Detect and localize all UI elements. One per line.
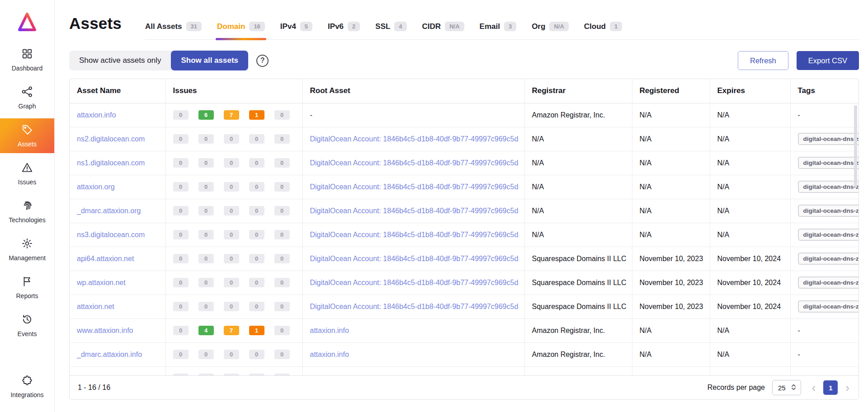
assets-table-card: Asset NameIssuesRoot AssetRegistrarRegis… bbox=[69, 79, 859, 400]
issue-count-badge: 0 bbox=[173, 302, 189, 311]
root-asset-link[interactable]: DigitalOcean Account: 1846b4c5-d1b8-40df… bbox=[310, 231, 519, 239]
asset-name-link[interactable]: ns3.digitalocean.com bbox=[77, 231, 145, 239]
current-page-button[interactable]: 1 bbox=[823, 380, 838, 395]
issues-cell: 04710 bbox=[165, 318, 302, 342]
sidebar-item-graph[interactable]: Graph bbox=[0, 80, 54, 115]
root-asset-link[interactable]: attaxion.info bbox=[310, 351, 349, 358]
pagination-controls: Records per page 25 ‹ 1 › bbox=[708, 380, 850, 395]
tab-ipv6[interactable]: IPv6 2 bbox=[328, 22, 360, 39]
column-header: Asset Name bbox=[70, 79, 165, 103]
column-header: Expires bbox=[710, 79, 790, 103]
tag-chip: digital-ocean-dns-zone bbox=[798, 157, 859, 169]
sidebar-item-events[interactable]: Events bbox=[0, 308, 54, 343]
registrar-cell: N/A bbox=[524, 199, 632, 223]
tab-email[interactable]: Email 3 bbox=[480, 22, 517, 39]
registrar-cell: N/A bbox=[524, 223, 632, 247]
tag-chip: digital-ocean-dns-zone bbox=[798, 253, 859, 265]
asset-name-cell: _dmarc.attaxion.org bbox=[70, 199, 165, 223]
root-asset-link[interactable]: DigitalOcean Account: 1846b4c5-d1b8-40df… bbox=[310, 207, 519, 215]
registered-cell: N/A bbox=[632, 342, 710, 366]
sidebar-item-reports[interactable]: Reports bbox=[0, 270, 54, 305]
tab-all-assets[interactable]: All Assets 31 bbox=[145, 22, 202, 39]
root-asset-cell: DigitalOcean Account: 1846b4c5-d1b8-40df… bbox=[302, 127, 524, 151]
asset-name-link[interactable]: _dmarc.attaxion.info bbox=[77, 351, 142, 358]
registrar-cell: Squarespace Domains II LLC bbox=[524, 247, 632, 271]
issue-count-badge: 0 bbox=[249, 254, 264, 263]
issue-count-badge: 0 bbox=[274, 302, 290, 311]
root-asset-cell bbox=[302, 366, 524, 375]
issue-count-badge: 0 bbox=[224, 302, 239, 311]
sidebar-item-issues[interactable]: Issues bbox=[0, 156, 54, 191]
sidebar-item-assets[interactable]: Assets bbox=[0, 118, 54, 153]
tab-org[interactable]: Org N/A bbox=[532, 22, 569, 39]
issue-count-badge: 0 bbox=[173, 134, 189, 144]
asset-name-link[interactable]: api64.attaxion.net bbox=[77, 255, 134, 262]
tags-cell: digital-ocean-dns-zone bbox=[790, 127, 859, 151]
asset-name-cell: ns3.digitalocean.com bbox=[70, 223, 165, 247]
asset-name-link[interactable]: attaxion.info bbox=[77, 111, 116, 119]
tab-count-badge: 2 bbox=[348, 22, 360, 31]
asset-name-cell bbox=[70, 366, 165, 375]
root-asset-cell: DigitalOcean Account: 1846b4c5-d1b8-40df… bbox=[302, 295, 524, 318]
tab-label: IPv6 bbox=[328, 22, 344, 31]
table-row: wp.attaxion.net 00000 DigitalOcean Accou… bbox=[70, 271, 859, 295]
vertical-scrollbar[interactable] bbox=[854, 105, 857, 187]
assets-icon bbox=[21, 124, 33, 137]
registered-cell: N/A bbox=[632, 223, 710, 247]
issue-count-badge: 0 bbox=[249, 182, 264, 192]
table-row: www.attaxion.info 04710 attaxion.info Am… bbox=[70, 318, 859, 342]
root-asset-link[interactable]: DigitalOcean Account: 1846b4c5-d1b8-40df… bbox=[310, 159, 519, 167]
issues-cell: 00000 bbox=[165, 295, 302, 318]
root-asset-link[interactable]: DigitalOcean Account: 1846b4c5-d1b8-40df… bbox=[310, 183, 519, 191]
issue-badges: 00000 bbox=[173, 302, 295, 311]
tab-label: Domain bbox=[217, 22, 245, 31]
export-csv-button[interactable]: Export CSV bbox=[797, 51, 859, 70]
show-active-assets-button[interactable]: Show active assets only bbox=[69, 51, 171, 70]
asset-name-link[interactable]: _dmarc.attaxion.org bbox=[77, 207, 141, 215]
registered-cell: N/A bbox=[632, 103, 710, 127]
graph-icon bbox=[21, 86, 33, 99]
sidebar-item-label: Reports bbox=[16, 292, 38, 300]
sidebar-item-integrations[interactable]: Integrations bbox=[0, 369, 54, 404]
attaxion-logo[interactable] bbox=[0, 0, 54, 42]
asset-name-link[interactable]: ns2.digitalocean.com bbox=[77, 135, 145, 143]
issues-cell: 00000 bbox=[165, 151, 302, 175]
tab-cidr[interactable]: CIDR N/A bbox=[422, 22, 464, 39]
sidebar-item-dashboard[interactable]: Dashboard bbox=[0, 42, 54, 77]
asset-name-link[interactable]: www.attaxion.info bbox=[77, 327, 133, 334]
tab-cloud[interactable]: Cloud 1 bbox=[584, 22, 622, 39]
root-asset-link[interactable]: DigitalOcean Account: 1846b4c5-d1b8-40df… bbox=[310, 135, 519, 143]
issue-count-badge: 0 bbox=[274, 326, 290, 335]
tab-ssl[interactable]: SSL 4 bbox=[375, 22, 406, 39]
issue-count-badge: 6 bbox=[198, 110, 214, 120]
root-asset-link[interactable]: attaxion.info bbox=[310, 327, 349, 334]
issue-count-badge: 0 bbox=[274, 230, 290, 239]
issue-count-badge: 0 bbox=[198, 182, 214, 192]
root-asset-link[interactable]: DigitalOcean Account: 1846b4c5-d1b8-40df… bbox=[310, 303, 519, 310]
tab-ipv4[interactable]: IPv4 5 bbox=[280, 22, 312, 39]
issue-count-badge: 0 bbox=[274, 254, 290, 263]
sidebar-item-management[interactable]: Management bbox=[0, 232, 54, 267]
refresh-button[interactable]: Refresh bbox=[738, 51, 788, 70]
issue-count-badge: 0 bbox=[249, 158, 264, 168]
show-all-assets-button[interactable]: Show all assets bbox=[171, 51, 248, 70]
next-page-icon[interactable]: › bbox=[844, 382, 850, 393]
table-row: ns2.digitalocean.com 00000 DigitalOcean … bbox=[70, 127, 859, 151]
asset-name-link[interactable]: attaxion.org bbox=[77, 183, 115, 191]
root-asset-link[interactable]: DigitalOcean Account: 1846b4c5-d1b8-40df… bbox=[310, 279, 519, 286]
issue-count-badge: 0 bbox=[249, 374, 264, 375]
tag-chip: digital-ocean-dns-zone bbox=[798, 181, 859, 193]
expires-cell: N/A bbox=[710, 151, 790, 175]
asset-name-link[interactable]: attaxion.net bbox=[77, 303, 114, 310]
help-icon[interactable]: ? bbox=[256, 55, 269, 67]
previous-page-icon[interactable]: ‹ bbox=[811, 382, 817, 393]
issue-count-badge: 0 bbox=[198, 302, 214, 311]
dashboard-icon bbox=[21, 48, 33, 61]
sidebar-item-technologies[interactable]: Technologies bbox=[0, 194, 54, 229]
tab-domain[interactable]: Domain 16 bbox=[217, 22, 265, 39]
asset-name-link[interactable]: ns1.digitalocean.com bbox=[77, 159, 145, 167]
records-per-page-select[interactable]: 25 bbox=[772, 380, 801, 395]
asset-name-link[interactable]: wp.attaxion.net bbox=[77, 279, 126, 286]
root-asset-link[interactable]: DigitalOcean Account: 1846b4c5-d1b8-40df… bbox=[310, 255, 519, 262]
page-header: Assets All Assets 31 Domain 16 IPv4 5 IP… bbox=[69, 0, 859, 40]
